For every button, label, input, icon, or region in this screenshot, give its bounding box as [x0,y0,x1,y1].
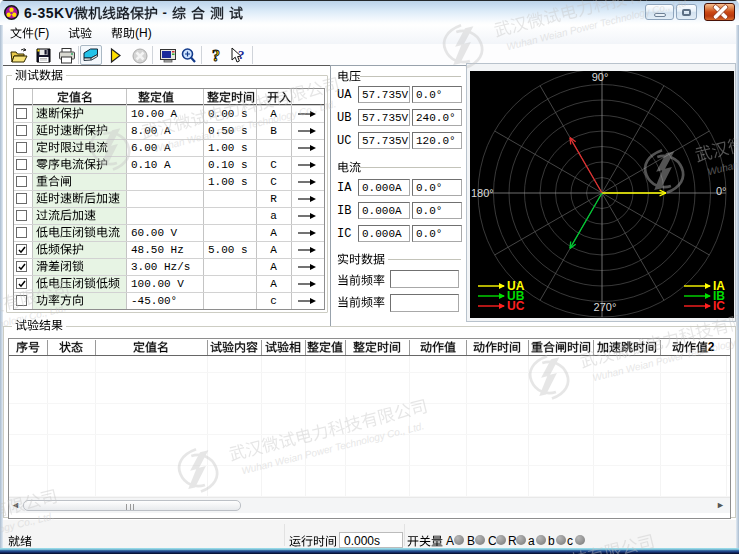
svg-text:90°: 90° [592,71,609,83]
svg-text:180°: 180° [471,187,494,199]
svg-text:?: ? [212,47,220,64]
svg-text:UC: UC [507,299,525,313]
